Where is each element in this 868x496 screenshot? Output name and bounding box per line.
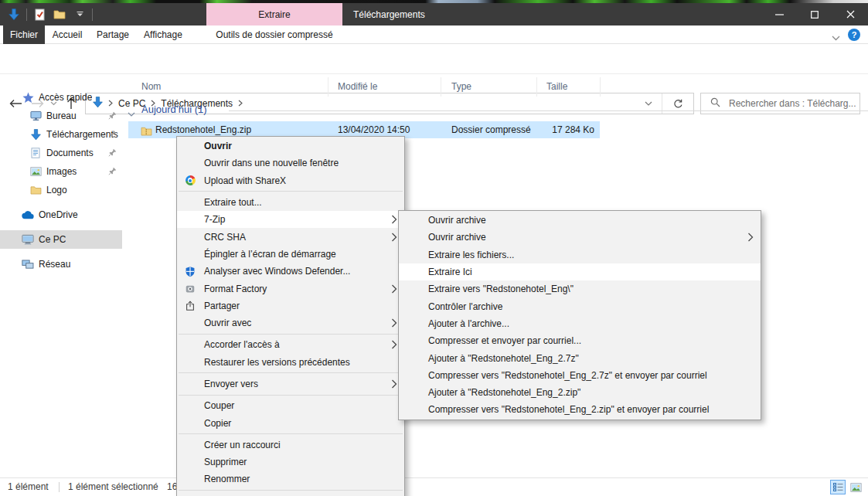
tab-partage[interactable]: Partage (91, 25, 134, 44)
quick-access-toolbar (6, 3, 93, 25)
context-menu-item-supprimer[interactable]: Supprimer (177, 454, 404, 471)
submenu-item-ouvrir-archive[interactable]: Ouvrir archive (399, 212, 761, 229)
sidebar-item-onedrive[interactable]: OneDrive (0, 206, 122, 224)
sidebar-item-label: Réseau (39, 259, 70, 270)
context-menu-item-creer-un-raccourci[interactable]: Créer un raccourci (177, 437, 404, 454)
submenu-arrow-icon (391, 233, 397, 242)
context-menu-item-couper[interactable]: Couper (177, 397, 404, 414)
sidebar-item-images[interactable]: Images (0, 162, 122, 181)
submenu-item-compresser-vers-redstonehotel-eng-2-zip-et-envoyer-par-courriel[interactable]: Compresser vers "Redstonehotel_Eng_2.zip… (399, 401, 761, 418)
menu-item-label: Ajouter à l'archive... (428, 318, 509, 329)
tab-outils-dossier-compresse[interactable]: Outils de dossier compressé (206, 25, 342, 44)
status-divider (59, 482, 60, 492)
menu-separator (179, 191, 403, 192)
context-menu-item-format-factory[interactable]: Format Factory (177, 280, 404, 297)
submenu-item-ajouter-a-redstonehotel-eng-2-zip[interactable]: Ajouter à "Redstonehotel_Eng_2.zip" (399, 384, 761, 401)
submenu-item-compresser-et-envoyer-par-courriel[interactable]: Compresser et envoyer par courriel... (399, 332, 761, 349)
window-controls (761, 3, 868, 25)
tab-extraire[interactable]: Extraire (206, 3, 342, 25)
menu-item-label: Ouvrir dans une nouvelle fenêtre (204, 158, 339, 168)
sidebar-item-bureau[interactable]: Bureau (0, 107, 122, 125)
submenu-item-compresser-vers-redstonehotel-eng-2-7z-et-envoyer-par-courriel[interactable]: Compresser vers "Redstonehotel_Eng_2.7z"… (399, 367, 761, 384)
menu-item-label: Extraire Ici (428, 267, 472, 277)
context-menu-item-extraire-tout[interactable]: Extraire tout... (177, 194, 404, 211)
context-menu-item-partager[interactable]: Partager (177, 297, 404, 314)
sidebar-item-logo[interactable]: Logo (0, 181, 122, 199)
context-menu-item-renommer[interactable]: Renommer (177, 471, 404, 488)
properties-icon[interactable] (32, 6, 47, 23)
7zip-submenu: Ouvrir archiveOuvrir archiveExtraire les… (398, 210, 761, 420)
context-menu-item-crc-sha[interactable]: CRC SHA (177, 228, 404, 245)
explorer-window: Extraire Téléchargements Fichier Accueil… (0, 0, 868, 496)
sidebar-item-acces-rapide[interactable]: Accès rapide (0, 88, 122, 107)
menu-item-label: Ouvrir avec (204, 318, 251, 328)
view-details-button[interactable] (830, 480, 846, 494)
close-button[interactable] (832, 3, 868, 25)
context-menu-item-ouvrir-dans-une-nouvelle-fenetre[interactable]: Ouvrir dans une nouvelle fenêtre (177, 155, 404, 172)
tab-fichier[interactable]: Fichier (3, 25, 45, 44)
context-menu-item-ouvrir[interactable]: Ouvrir (177, 138, 404, 155)
maximize-button[interactable] (797, 3, 832, 25)
download-icon (29, 129, 43, 141)
context-menu-item-ouvrir-avec[interactable]: Ouvrir avec (177, 314, 404, 331)
sidebar-item-telechargements[interactable]: Téléchargements (0, 125, 122, 144)
pin-icon (108, 148, 117, 159)
sidebar-item-reseau[interactable]: Réseau (0, 255, 122, 273)
menu-separator (179, 433, 403, 434)
sidebar-item-ce-pc[interactable]: Ce PC (0, 230, 122, 249)
column-header-nom[interactable]: Nom (128, 77, 328, 97)
collapse-ribbon-icon[interactable] (832, 30, 840, 44)
help-icon[interactable]: ? (848, 29, 860, 41)
submenu-arrow-icon (747, 233, 754, 242)
submenu-item-extraire-ici[interactable]: Extraire Ici (399, 263, 761, 280)
search-icon (710, 97, 720, 110)
menu-item-label: Épingler à l’écran de démarrage (204, 249, 336, 260)
column-header-type[interactable]: Type (441, 77, 537, 97)
group-collapse-icon[interactable] (128, 106, 135, 120)
tab-affichage[interactable]: Affichage (138, 25, 189, 44)
sidebar-item-label: Logo (46, 185, 67, 195)
context-menu-item-upload-with-sharex[interactable]: Upload with ShareX (177, 172, 404, 189)
context-menu-item-restaurer-les-versions-precedentes[interactable]: Restaurer les versions précédentes (177, 354, 404, 371)
zip-file-icon (141, 124, 152, 135)
view-thumbnails-button[interactable] (848, 480, 863, 494)
context-menu-item-accorder-l-acces-a[interactable]: Accorder l'accès à (177, 336, 404, 353)
submenu-arrow-icon (391, 284, 397, 294)
sidebar-item-documents[interactable]: Documents (0, 144, 122, 162)
group-header[interactable]: Aujourd’hui (1) (141, 104, 207, 115)
menu-item-label: Upload with ShareX (204, 175, 286, 186)
crumb-chevron-icon[interactable] (238, 98, 243, 109)
menu-item-label: CRC SHA (204, 232, 246, 243)
submenu-item-controler-l-archive[interactable]: Contrôler l'archive (399, 297, 761, 314)
submenu-item-ouvrir-archive[interactable]: Ouvrir archive (399, 229, 761, 246)
submenu-item-ajouter-a-l-archive[interactable]: Ajouter à l'archive... (399, 315, 761, 332)
qat-customize-icon[interactable] (72, 6, 87, 23)
menu-item-label: Compresser vers "Redstonehotel_Eng_2.7z"… (428, 370, 707, 381)
context-menu-item-copier[interactable]: Copier (177, 414, 404, 431)
submenu-item-extraire-les-fichiers[interactable]: Extraire les fichiers... (399, 246, 761, 263)
menu-item-label: Créer un raccourci (204, 440, 281, 450)
context-menu-item-envoyer-vers[interactable]: Envoyer vers (177, 375, 404, 392)
menu-item-label: Analyser avec Windows Defender... (204, 266, 350, 277)
search-input[interactable] (727, 97, 858, 110)
window-title: Téléchargements (353, 3, 425, 25)
submenu-arrow-icon (391, 379, 397, 389)
context-menu-item-epingler-a-l-ecran-de-demarrage[interactable]: Épingler à l’écran de démarrage (177, 246, 404, 263)
sidebar-item-label: Téléchargements (46, 129, 118, 140)
menu-item-label: Accorder l'accès à (204, 339, 280, 350)
new-folder-icon[interactable] (52, 6, 67, 23)
column-header-modifie-le[interactable]: Modifié le (328, 77, 441, 97)
menu-separator (179, 395, 403, 396)
context-menu-item-analyser-avec-windows-defender[interactable]: Analyser avec Windows Defender... (177, 263, 404, 280)
submenu-item-ajouter-a-redstonehotel-eng-2-7z[interactable]: Ajouter à "Redstonehotel_Eng_2.7z" (399, 349, 761, 366)
tab-accueil[interactable]: Accueil (48, 25, 87, 44)
share-icon (184, 300, 196, 312)
menu-item-label: Restaurer les versions précédentes (204, 357, 350, 368)
column-header-taille[interactable]: Taille (537, 77, 601, 97)
menu-item-label: Renommer (204, 474, 250, 484)
submenu-item-extraire-vers-redstonehotel-eng[interactable]: Extraire vers "Redstonehotel_Eng\" (399, 280, 761, 297)
submenu-arrow-icon (391, 340, 397, 349)
context-menu-item-7-zip[interactable]: 7-Zip (177, 211, 404, 228)
minimize-button[interactable] (761, 3, 797, 25)
menu-item-label: Ajouter à "Redstonehotel_Eng_2.zip" (428, 387, 580, 398)
